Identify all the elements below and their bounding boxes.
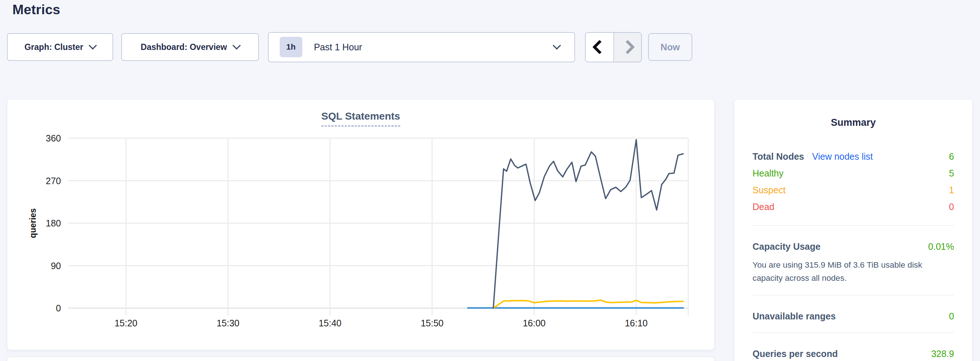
node-status-row: Healthy5 (752, 165, 954, 182)
prev-timeframe-button[interactable] (585, 33, 613, 62)
summary-panel: Summary Total NodesView nodes list6Healt… (734, 99, 973, 361)
toolbar: Graph: Cluster Dashboard: Overview 1h Pa… (7, 32, 692, 62)
chevron-down-icon (89, 41, 97, 50)
next-chart-card (7, 356, 714, 361)
node-status-label: Healthy (752, 168, 784, 179)
capacity-usage-label: Capacity Usage (752, 241, 821, 252)
node-status-label: Dead (752, 202, 775, 212)
divider (752, 332, 954, 333)
node-status-row: Dead0 (752, 198, 954, 215)
y-axis-tick-label: 90 (51, 261, 61, 271)
node-status-value: 1 (949, 185, 954, 195)
node-status-value: 0 (949, 202, 954, 212)
chevron-right-icon (620, 40, 635, 54)
x-axis-tick-label: 16:10 (625, 318, 648, 328)
page-title: Metrics (13, 2, 60, 17)
y-axis-tick-label: 180 (46, 218, 61, 228)
queries-per-second-label: Queries per second (752, 348, 838, 359)
divider (752, 295, 954, 295)
summary-title: Summary (752, 117, 954, 128)
node-status-label: Total Nodes (752, 151, 804, 162)
now-button[interactable]: Now (648, 33, 692, 61)
node-status-rows: Total NodesView nodes list6Healthy5Suspe… (752, 148, 954, 215)
dashboard-dropdown[interactable]: Dashboard: Overview (121, 33, 259, 61)
sql-statements-chart[interactable]: 09018027036015:2015:3015:4015:5016:0016:… (7, 100, 714, 350)
x-axis-tick-label: 15:30 (216, 318, 240, 328)
chevron-left-icon (592, 40, 607, 54)
time-range-badge: 1h (280, 37, 302, 57)
y-axis-label: queries (28, 208, 38, 238)
divider (752, 225, 954, 226)
next-timeframe-button[interactable] (613, 33, 641, 62)
capacity-usage-value: 0.01% (928, 241, 954, 252)
chevron-down-icon (232, 41, 240, 50)
x-axis-tick-label: 16:00 (523, 318, 546, 328)
series-navy-statements-line (493, 140, 683, 308)
graph-dropdown-label: Graph: Cluster (24, 42, 83, 52)
queries-per-second-value: 328.9 (931, 348, 954, 359)
unavailable-ranges-label: Unavailable ranges (752, 311, 836, 321)
sql-statements-chart-card: SQL Statements 09018027036015:2015:3015:… (7, 99, 714, 350)
graph-dropdown[interactable]: Graph: Cluster (7, 33, 113, 61)
node-status-row: Total NodesView nodes list6 (752, 148, 954, 165)
capacity-section: Capacity Usage 0.01% You are using 315.9… (752, 240, 954, 285)
y-axis-tick-label: 360 (46, 133, 61, 143)
view-nodes-list-link[interactable]: View nodes list (812, 151, 873, 162)
node-status-label: Suspect (752, 185, 785, 195)
capacity-usage-description: You are using 315.9 MiB of 3.6 TiB usabl… (752, 258, 954, 285)
node-status-value: 5 (949, 168, 954, 179)
x-axis-tick-label: 15:50 (421, 318, 444, 328)
node-status-row: Suspect1 (752, 182, 954, 198)
y-axis-tick-label: 0 (56, 303, 61, 313)
chevron-down-icon (553, 41, 561, 50)
queries-per-second-section: Queries per second 328.9 Sum of Selects,… (752, 347, 954, 361)
y-axis-tick-label: 270 (46, 176, 61, 186)
dashboard-dropdown-label: Dashboard: Overview (141, 42, 227, 52)
unavailable-ranges-section: Unavailable ranges 0 (752, 310, 954, 322)
series-yellow-series-line (493, 300, 683, 308)
unavailable-ranges-value: 0 (949, 311, 954, 321)
time-range-label: Past 1 Hour (314, 42, 554, 52)
x-axis-tick-label: 15:20 (115, 318, 138, 328)
time-range-selector[interactable]: 1h Past 1 Hour (268, 32, 575, 62)
x-axis-tick-label: 15:40 (319, 318, 342, 328)
time-nav-group (585, 32, 642, 62)
node-status-value: 6 (949, 151, 954, 162)
